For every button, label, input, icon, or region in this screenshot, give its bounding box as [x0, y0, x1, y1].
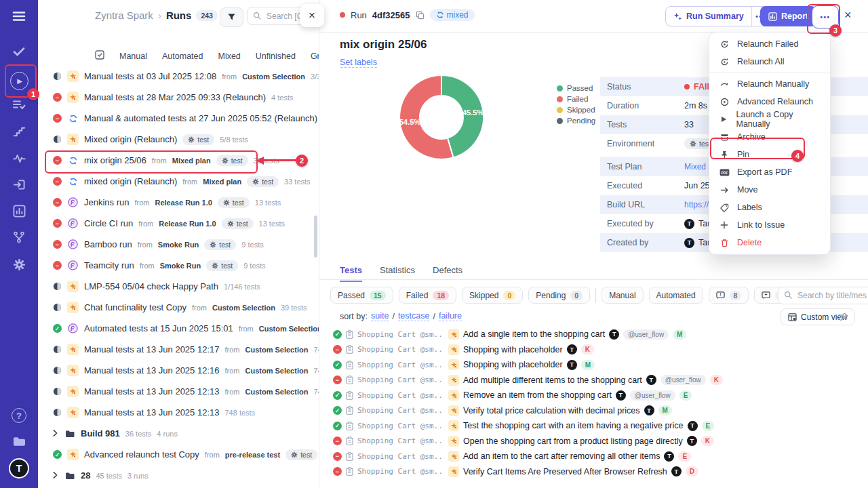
- status-failed-icon: −: [333, 467, 342, 476]
- test-row[interactable]: ✓Shopping Cart @sm...Remove an item from…: [319, 388, 868, 403]
- run-row[interactable]: Manual tests at 13 Jun 2025 12:13fromCus…: [38, 381, 319, 402]
- menu-item-pin[interactable]: Pin: [709, 146, 830, 163]
- help-icon[interactable]: ?: [0, 404, 38, 427]
- filter-automated-button[interactable]: Automated: [649, 287, 703, 304]
- status-partial-icon: [53, 408, 62, 417]
- run-row[interactable]: −Manual & automated tests at 27 Jun 2025…: [38, 108, 319, 129]
- runs-panel-close-button[interactable]: ×: [300, 4, 324, 27]
- menu-item-move[interactable]: Move: [709, 181, 830, 199]
- filter-pending-button[interactable]: Pending0: [528, 287, 590, 304]
- tab-automated[interactable]: Automated: [162, 52, 203, 61]
- run-row[interactable]: −Circle CI runfromRelease Run 1.0test13 …: [38, 213, 319, 234]
- filter-passed-button[interactable]: Passed15: [330, 287, 393, 304]
- test-row[interactable]: −Shopping Cart @sm...Open the shopping c…: [319, 434, 868, 449]
- manual-test-icon: [448, 405, 459, 416]
- test-row[interactable]: −Shopping Cart @sm...Add multiple differ…: [319, 373, 868, 388]
- settings-gear-icon[interactable]: [0, 253, 38, 276]
- run-row[interactable]: ✓Advanced relaunch test Copyfrompre-rele…: [38, 444, 319, 465]
- tests-filter-row: Passed15Failed18Skipped0Pending0ManualAu…: [330, 287, 799, 304]
- assignee-avatar: T: [671, 466, 682, 476]
- run-row[interactable]: Build 98136 tests4 runs: [38, 423, 319, 444]
- run-row[interactable]: Manual tests at 03 Jul 2025 12:08fromCus…: [38, 66, 319, 87]
- menu-item-export-as-pdf[interactable]: PDFExport as PDF: [709, 163, 830, 181]
- test-row[interactable]: ✓Shopping Cart @sm...Add a single item t…: [319, 327, 868, 342]
- analytics-icon[interactable]: [0, 199, 38, 222]
- sort-by-failure[interactable]: failure: [439, 311, 462, 321]
- run-row[interactable]: Manual tests at 13 Jun 2025 12:16fromCus…: [38, 360, 319, 381]
- test-row[interactable]: ✓Shopping Cart @sm...Test the shopping c…: [319, 418, 868, 434]
- run-row[interactable]: 2845 tests3 runs: [38, 465, 319, 486]
- menu-item-relaunch-manually[interactable]: Relaunch Manually: [709, 75, 830, 93]
- sort-by-testcase[interactable]: testcase: [398, 311, 430, 321]
- menu-divider: [709, 73, 830, 73]
- manual-test-icon: [448, 329, 459, 340]
- checks-icon[interactable]: [0, 40, 38, 63]
- run-row[interactable]: Chat functinality test CopyfromCustom Se…: [38, 297, 319, 318]
- link-issue-icon: [719, 221, 730, 229]
- run-row[interactable]: Manual tests at 13 Jun 2025 12:17fromCus…: [38, 339, 319, 360]
- run-detail-close-button[interactable]: ×: [844, 8, 852, 22]
- advanced-relaunch-icon: [719, 98, 730, 106]
- filter-manual-button[interactable]: Manual: [601, 287, 643, 304]
- run-row[interactable]: Manual tests at 13 Jun 2025 12:13748 tes…: [38, 402, 319, 423]
- run-row[interactable]: LMP-554 05/04 check Happy Path1/146 test…: [38, 276, 319, 297]
- manual-run-icon: [67, 281, 79, 292]
- test-row[interactable]: −Shopping Cart @sm...Add an item to the …: [319, 449, 868, 464]
- manual-test-icon: [448, 375, 459, 386]
- tab-groups[interactable]: Groups: [311, 52, 319, 61]
- view-settings-sliders-icon[interactable]: [837, 312, 848, 324]
- tab-mixed[interactable]: Mixed: [218, 52, 240, 61]
- environment-chip: test: [218, 197, 250, 208]
- set-labels-link[interactable]: Set labels: [340, 58, 377, 68]
- projects-folder-icon[interactable]: [0, 430, 38, 453]
- filter-button[interactable]: [220, 7, 243, 27]
- tab-unfinished[interactable]: Unfinished: [256, 52, 296, 61]
- report-button[interactable]: Report: [760, 6, 816, 26]
- filter-failed-button[interactable]: Failed18: [399, 287, 456, 304]
- pulse-icon[interactable]: [0, 146, 38, 169]
- status-failed-icon: −: [53, 177, 62, 186]
- testcase-clipboard-icon: [346, 422, 353, 430]
- tests-search-input[interactable]: [796, 290, 868, 301]
- run-row[interactable]: −Teamcity runfromSmoke Runtest9 tests: [38, 255, 319, 276]
- hamburger-menu-icon[interactable]: [0, 5, 38, 28]
- run-summary-button[interactable]: Run Summary: [666, 7, 751, 26]
- menu-item-advanced-relaunch[interactable]: Advanced Relaunch: [709, 93, 830, 110]
- run-row[interactable]: −Jenkins runfromRelease Run 1.0test13 te…: [38, 192, 319, 213]
- sparkles-icon: [673, 12, 682, 21]
- steps-icon[interactable]: [0, 120, 38, 143]
- run-row[interactable]: Mixed origin (Relaunch)test5/8 tests: [38, 129, 319, 150]
- menu-item-delete[interactable]: Delete: [709, 234, 830, 251]
- comments-alert-filter-button[interactable]: !8: [709, 287, 749, 304]
- test-row[interactable]: ✓Shopping Cart @sm...Verify total price …: [319, 403, 868, 419]
- menu-item-relaunch-failed[interactable]: Relaunch Failed: [709, 35, 830, 53]
- test-row[interactable]: ✓Shopping Cart @sm...Shopping with place…: [319, 357, 868, 373]
- menu-item-relaunch-all[interactable]: Relaunch All: [709, 53, 830, 70]
- test-row[interactable]: −Shopping Cart @sm...Shopping with place…: [319, 342, 868, 358]
- branches-icon[interactable]: [0, 226, 38, 249]
- run-row[interactable]: −Bamboo runfromSmoke Runtest9 tests: [38, 234, 319, 255]
- run-row[interactable]: ✓Automated tests at 15 Jun 2025 15:01fro…: [38, 318, 319, 339]
- sort-by-suite[interactable]: suite: [371, 311, 389, 321]
- manual-run-icon: [67, 70, 79, 82]
- assignee-avatar: T: [646, 375, 656, 385]
- runs-count-badge: 243: [196, 10, 218, 21]
- import-icon[interactable]: [0, 173, 38, 196]
- run-row[interactable]: −Manual tests at 28 Mar 2025 09:33 (Rela…: [38, 87, 319, 108]
- menu-item-archive[interactable]: Archive: [709, 128, 830, 146]
- run-row[interactable]: −mixed origin (Relaunch)fromMixed plante…: [38, 171, 319, 192]
- tab-manual[interactable]: Manual: [119, 52, 147, 61]
- menu-item-labels[interactable]: Labels: [709, 199, 830, 216]
- runs-scrollbar-thumb[interactable]: [314, 216, 317, 258]
- menu-item-link-to-issue[interactable]: Link to Issue: [709, 216, 830, 234]
- profile-avatar[interactable]: T: [0, 457, 38, 480]
- test-row[interactable]: −Shopping Cart @sm...Verify Cart Items A…: [319, 464, 868, 480]
- menu-item-launch-a-copy-manually[interactable]: Launch a Copy Manually: [709, 110, 830, 128]
- copy-icon[interactable]: [416, 11, 425, 20]
- test-letter-badge: K: [710, 375, 723, 385]
- manual-test-icon: [448, 359, 459, 370]
- breadcrumb-project[interactable]: Zyntra Spark: [95, 9, 153, 21]
- svg-text:PDF: PDF: [721, 170, 728, 174]
- select-runs-icon[interactable]: [95, 50, 104, 62]
- filter-skipped-button[interactable]: Skipped0: [462, 287, 523, 304]
